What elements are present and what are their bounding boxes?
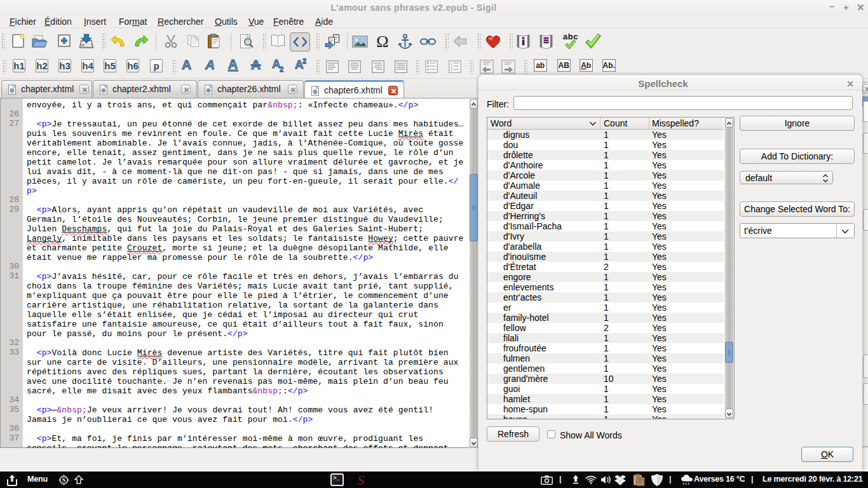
svg-text:ab: ab [536,61,545,70]
svg-text:Ab: Ab [581,61,591,70]
svg-text:A: A [228,58,238,71]
svg-text:S: S [62,477,66,484]
svg-text:AB: AB [559,61,570,70]
svg-text:3: 3 [451,68,452,72]
svg-text:Ab.: Ab. [603,61,615,70]
svg-text:A2: A2 [295,57,306,71]
svg-text:A2: A2 [272,58,283,73]
svg-text:A: A [251,58,261,72]
svg-text:A: A [205,58,215,72]
svg-text:A: A [182,58,191,72]
